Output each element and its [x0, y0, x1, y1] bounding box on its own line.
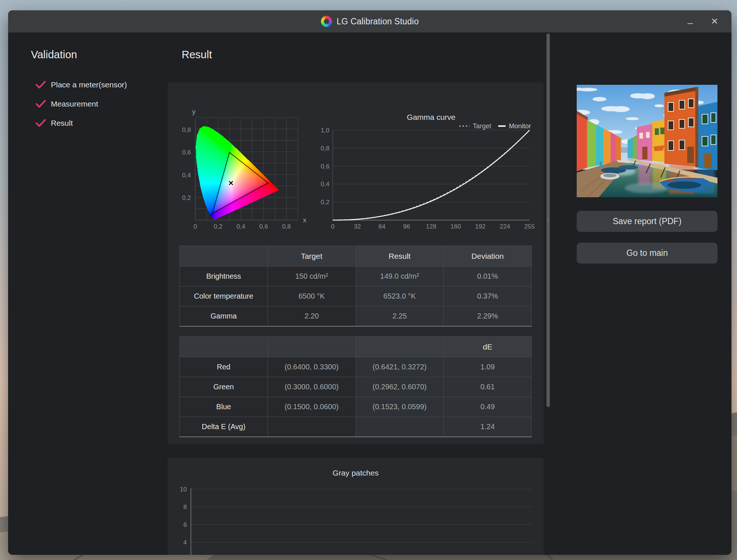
svg-text:0,8: 0,8 [321, 145, 329, 152]
validation-step[interactable]: Place a meter(sensor) [35, 79, 127, 90]
summary-table-box: TargetResultDeviationBrightness150 cd/m²… [179, 246, 532, 327]
primaries-table-cell: (0.1500, 0.0600) [268, 397, 356, 417]
svg-text:0,6: 0,6 [182, 149, 191, 156]
table-row: Brightness150 cd/m²149.0 cd/m²0.01% [180, 267, 532, 286]
svg-text:0,2: 0,2 [321, 199, 329, 206]
summary-table-cell: 150 cd/m² [268, 267, 356, 286]
gamma-chart-title: Gamma curve [407, 113, 455, 121]
svg-text:0: 0 [331, 223, 334, 230]
window-title: LG Calibration Studio [337, 17, 419, 27]
svg-text:0,4: 0,4 [237, 223, 245, 230]
svg-text:0,2: 0,2 [214, 223, 223, 230]
check-icon [35, 100, 46, 108]
page-title: Result [182, 49, 212, 61]
summary-table-cell: 2.25 [356, 306, 444, 327]
svg-text:32: 32 [354, 223, 361, 230]
table-row: Blue(0.1500, 0.0600)(0.1523, 0.0599)0.49 [180, 397, 532, 417]
primaries-table-header [180, 337, 268, 357]
validation-step[interactable]: Result [35, 117, 127, 129]
primaries-table-row-label: Green [180, 377, 268, 397]
validation-step-label: Measurement [51, 100, 98, 108]
gray-patches-chart: Gray patches 10864 [168, 458, 544, 555]
minimize-button[interactable]: – [684, 13, 697, 30]
svg-text:0: 0 [193, 223, 197, 230]
vertical-scrollbar[interactable] [546, 34, 550, 407]
cie-x-axis-label: x [303, 216, 307, 224]
legend-monitor-label: Monitor [509, 122, 531, 130]
svg-text:6: 6 [184, 521, 187, 528]
primaries-table-box: dERed(0.6400, 0.3300)(0.6421, 0.3272)1.0… [179, 336, 532, 437]
validation-step-label: Result [51, 119, 73, 128]
summary-table-cell: 6523.0 °K [356, 286, 444, 306]
sidebar-title: Validation [31, 49, 77, 61]
validation-step[interactable]: Measurement [35, 98, 127, 109]
svg-text:192: 192 [475, 223, 485, 230]
primaries-table-cell: 0.49 [444, 397, 532, 417]
go-to-main-button[interactable]: Go to main [577, 243, 717, 264]
table-row: Green(0.3000, 0.6000)(0.2962, 0.6070)0.6… [180, 377, 532, 397]
summary-table-row-label: Gamma [180, 306, 268, 327]
summary-table-cell: 0.01% [444, 267, 532, 286]
svg-text:0,8: 0,8 [282, 223, 291, 230]
table-row: Gamma2.202.252.29% [180, 306, 532, 327]
summary-table-cell: 149.0 cd/m² [356, 267, 444, 286]
svg-text:96: 96 [403, 223, 410, 230]
primaries-table-cell: 1.24 [444, 417, 532, 437]
close-button[interactable]: ✕ [708, 14, 721, 29]
gamma-curve-chart: Gamma curve 1,00,80,60,40,20326496128160… [321, 107, 542, 232]
svg-text:0,8: 0,8 [182, 126, 191, 133]
summary-table-cell: 6500 °K [268, 286, 356, 306]
primaries-table-cell [356, 417, 444, 437]
summary-table: TargetResultDeviationBrightness150 cd/m²… [179, 246, 532, 327]
save-report-button[interactable]: Save report (PDF) [577, 211, 717, 232]
primaries-table-cell: 1.09 [444, 357, 532, 377]
table-row: Color temperature6500 °K6523.0 °K0.37% [180, 286, 532, 306]
check-icon [35, 119, 46, 128]
primaries-table-row-label: Delta E (Avg) [180, 417, 268, 437]
titlebar: LG Calibration Studio – ✕ [8, 10, 731, 32]
table-row: Red(0.6400, 0.3300)(0.6421, 0.3272)1.09 [180, 357, 532, 377]
table-row: Delta E (Avg)1.24 [180, 417, 532, 437]
summary-table-cell: 2.20 [268, 306, 356, 327]
sample-photo [577, 85, 717, 197]
svg-text:0,2: 0,2 [182, 194, 191, 201]
primaries-table-cell [268, 417, 356, 437]
check-icon [35, 80, 46, 89]
primaries-table: dERed(0.6400, 0.3300)(0.6421, 0.3272)1.0… [179, 336, 532, 437]
desktop: LG Calibration Studio – ✕ Validation Pla… [0, 0, 737, 560]
gray-patches-title: Gray patches [333, 469, 379, 477]
primaries-table-header [356, 337, 444, 357]
app-logo-icon [321, 16, 332, 27]
app-window: LG Calibration Studio – ✕ Validation Pla… [8, 10, 731, 555]
validation-step-label: Place a meter(sensor) [51, 80, 127, 89]
primaries-table-cell: (0.6421, 0.3272) [356, 357, 444, 377]
summary-table-header: Deviation [444, 246, 532, 267]
svg-text:160: 160 [451, 223, 461, 230]
svg-text:4: 4 [184, 539, 187, 546]
summary-table-row-label: Brightness [180, 267, 268, 286]
summary-table-header: Target [268, 246, 356, 267]
summary-table-header [180, 246, 268, 267]
primaries-table-header [268, 337, 356, 357]
svg-text:255: 255 [524, 223, 535, 230]
summary-table-cell: 0.37% [444, 286, 532, 306]
primaries-table-header: dE [444, 337, 532, 357]
primaries-table-row-label: Blue [180, 397, 268, 417]
svg-text:0,4: 0,4 [182, 172, 191, 179]
primaries-table-row-label: Red [180, 357, 268, 377]
summary-table-cell: 2.29% [444, 306, 532, 327]
svg-text:64: 64 [378, 223, 385, 230]
scrollbar-grip [547, 220, 549, 220]
primaries-table-cell: (0.6400, 0.3300) [268, 357, 356, 377]
svg-text:0,6: 0,6 [259, 223, 268, 230]
validation-steps: Place a meter(sensor)MeasurementResult [35, 79, 127, 136]
svg-text:128: 128 [426, 223, 436, 230]
primaries-table-cell: (0.2962, 0.6070) [356, 377, 444, 397]
svg-text:8: 8 [184, 504, 187, 511]
primaries-table-cell: 0.61 [444, 377, 532, 397]
svg-text:224: 224 [500, 223, 510, 230]
primaries-table-cell: (0.1523, 0.0599) [356, 397, 444, 417]
svg-text:0,6: 0,6 [321, 163, 329, 170]
summary-table-header: Result [356, 246, 444, 267]
svg-text:1,0: 1,0 [321, 127, 329, 134]
